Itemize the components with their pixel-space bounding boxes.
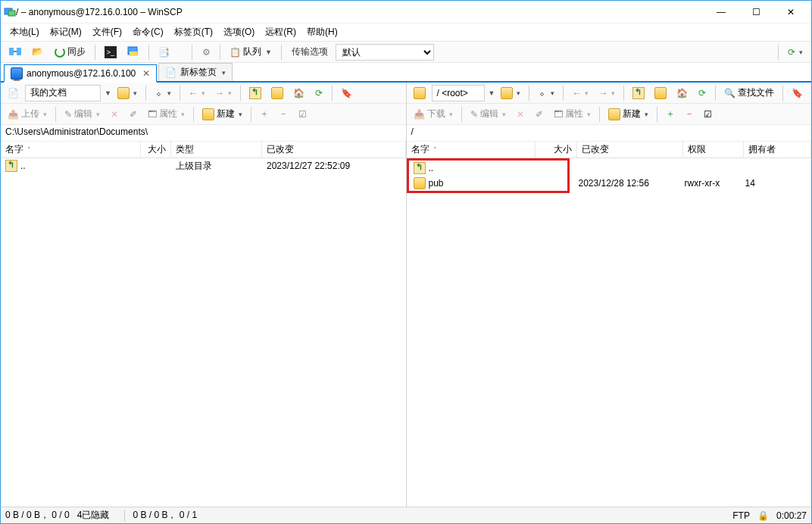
refresh-icon: ⟳ bbox=[698, 88, 706, 98]
titlebar: / – anonymous@172.16.0.100 – WinSCP — ☐ … bbox=[1, 1, 811, 23]
session-tabs: anonymous@172.16.0.100 ✕ 📄 新标签页▾ bbox=[1, 63, 811, 83]
local-open-folder[interactable]: ▾ bbox=[114, 85, 141, 101]
local-drive-icon-btn[interactable]: 📄 bbox=[4, 85, 23, 101]
menu-options[interactable]: 选项(O) bbox=[219, 24, 259, 40]
menu-remote[interactable]: 远程(R) bbox=[261, 24, 301, 40]
minimize-button[interactable]: — bbox=[704, 1, 739, 23]
documents-icon: 📄 bbox=[8, 88, 19, 98]
remote-open-folder[interactable]: ▾ bbox=[497, 85, 524, 101]
remote-file-list[interactable]: 名字 ˄ 大小 已改变 权限 拥有者 .. pub 2023/12/28 bbox=[407, 142, 812, 507]
col-size[interactable]: 大小 bbox=[141, 142, 171, 158]
remote-new-button[interactable]: 新建▾ bbox=[604, 106, 652, 123]
col-size[interactable]: 大小 bbox=[536, 142, 577, 158]
list-item[interactable]: .. 上级目录 2023/12/27 22:52:09 bbox=[1, 158, 406, 173]
remote-props-button[interactable]: 🗔 属性▾ bbox=[550, 106, 595, 123]
options-button[interactable]: ⚙ bbox=[198, 44, 214, 61]
list-item[interactable]: .. bbox=[409, 161, 567, 176]
remote-rename-button[interactable]: ✐ bbox=[531, 106, 548, 123]
menu-local[interactable]: 本地(L) bbox=[5, 24, 44, 40]
remote-edit-button[interactable]: ✎ 编辑▾ bbox=[467, 106, 510, 123]
local-forward[interactable]: →▾ bbox=[211, 85, 236, 101]
parent-dir-icon bbox=[632, 87, 645, 99]
remote-parent[interactable] bbox=[629, 85, 648, 101]
queue-button[interactable]: 📋 队列▼ bbox=[226, 44, 276, 61]
remote-home[interactable]: 🏠 bbox=[673, 85, 692, 101]
col-changed[interactable]: 已改变 bbox=[577, 142, 683, 158]
col-name[interactable]: 名字 ˄ bbox=[1, 142, 141, 158]
local-rename-button[interactable]: ✐ bbox=[125, 106, 142, 123]
sync-button[interactable]: 同步 bbox=[51, 44, 89, 61]
col-perms[interactable]: 权限 bbox=[683, 142, 744, 158]
sync-browse-button[interactable]: 📂 bbox=[28, 44, 48, 61]
col-owner[interactable]: 拥有者 bbox=[744, 142, 812, 158]
local-new-button[interactable]: 新建▾ bbox=[198, 106, 246, 123]
local-path-selector[interactable]: 我的文档 bbox=[25, 85, 101, 101]
remote-find[interactable]: 🔍 查找文件 bbox=[720, 85, 778, 101]
local-delete-button[interactable]: ✕ bbox=[106, 106, 123, 123]
col-changed[interactable]: 已改变 bbox=[262, 142, 406, 158]
tab-new[interactable]: 📄 新标签页▾ bbox=[158, 63, 233, 81]
local-back[interactable]: ←▾ bbox=[185, 85, 209, 101]
remote-refresh[interactable]: ⟳ bbox=[694, 85, 710, 101]
local-actrow: 📤 上传▾ ✎ 编辑▾ ✕ ✐ 🗔 属性▾ 新建▾ ＋ － ☑ bbox=[1, 104, 406, 125]
local-file-list[interactable]: 名字 ˄ 大小 类型 已改变 .. 上级目录 2023/12/27 22:52:… bbox=[1, 142, 406, 507]
remote-actrow: 📥 下载▾ ✎ 编辑▾ ✕ ✐ 🗔 属性▾ 新建▾ ＋ － ☑ bbox=[407, 104, 812, 125]
local-props-button[interactable]: 🗔 属性▾ bbox=[144, 106, 189, 123]
menu-tabs[interactable]: 标签页(T) bbox=[170, 24, 217, 40]
list-item[interactable]: pub bbox=[409, 176, 567, 191]
remote-plus[interactable]: ＋ bbox=[662, 106, 679, 123]
local-plus[interactable]: ＋ bbox=[256, 106, 273, 123]
session-time: 0:00:27 bbox=[776, 510, 807, 521]
upload-button[interactable]: 📤 上传▾ bbox=[4, 106, 51, 123]
remote-root[interactable] bbox=[651, 85, 670, 101]
remote-drive-icon-btn[interactable] bbox=[410, 85, 429, 101]
remote-minus[interactable]: － bbox=[681, 106, 698, 123]
reconnect-button[interactable]: ⟳▾ bbox=[784, 44, 807, 61]
putty-button[interactable] bbox=[123, 44, 143, 61]
panes: 📄 我的文档 ▼ ▾ 🝔▾ ←▾ →▾ 🏠 ⟳ 🔖 📤 上传▾ ✎ 编辑▾ ✕ … bbox=[1, 83, 811, 507]
menu-commands[interactable]: 命令(C) bbox=[128, 24, 168, 40]
local-edit-button[interactable]: ✎ 编辑▾ bbox=[61, 106, 104, 123]
queue-icon: 📋 bbox=[230, 47, 241, 58]
col-type[interactable]: 类型 bbox=[171, 142, 262, 158]
compare-button[interactable] bbox=[5, 44, 25, 61]
download-button[interactable]: 📥 下载▾ bbox=[410, 106, 457, 123]
col-name[interactable]: 名字 ˄ bbox=[407, 142, 536, 158]
transfer-settings-combo[interactable]: 默认 bbox=[336, 44, 434, 61]
local-home[interactable]: 🏠 bbox=[289, 85, 308, 101]
local-minus[interactable]: － bbox=[275, 106, 292, 123]
local-refresh[interactable]: ⟳ bbox=[311, 85, 327, 101]
local-check[interactable]: ☑ bbox=[294, 106, 311, 123]
add-bookmark-icon: 📑 bbox=[158, 47, 170, 58]
menu-mark[interactable]: 标记(M) bbox=[45, 24, 86, 40]
new-folder-icon bbox=[202, 108, 214, 120]
remote-forward[interactable]: →▾ bbox=[595, 85, 619, 101]
tab-close-icon[interactable]: ✕ bbox=[142, 68, 150, 79]
remote-delete-button[interactable]: ✕ bbox=[512, 106, 529, 123]
tab-session-active[interactable]: anonymous@172.16.0.100 ✕ bbox=[4, 64, 157, 83]
local-filter[interactable]: 🝔▾ bbox=[151, 85, 175, 101]
local-path: C:\Users\Administrator\Documents\ bbox=[1, 125, 406, 142]
close-button[interactable]: ✕ bbox=[773, 1, 808, 23]
sync-browse-icon: 📂 bbox=[32, 46, 44, 58]
home-icon: 🏠 bbox=[293, 88, 304, 98]
menu-files[interactable]: 文件(F) bbox=[88, 24, 126, 40]
local-bookmark[interactable]: 🔖 bbox=[337, 85, 356, 101]
compare-icon bbox=[9, 46, 21, 58]
gear-icon: ⚙ bbox=[202, 47, 211, 58]
local-parent[interactable] bbox=[245, 85, 265, 101]
remote-check[interactable]: ☑ bbox=[700, 106, 717, 123]
remote-bookmark[interactable]: 🔖 bbox=[788, 85, 807, 101]
menubar: 本地(L) 标记(M) 文件(F) 命令(C) 标签页(T) 选项(O) 远程(… bbox=[1, 23, 811, 42]
remote-filter[interactable]: 🝔▾ bbox=[534, 85, 558, 101]
new-tab-icon: 📄 bbox=[165, 67, 176, 78]
local-root[interactable] bbox=[267, 85, 287, 101]
remote-path-selector[interactable]: / <root> bbox=[432, 85, 485, 101]
menu-help[interactable]: 帮助(H) bbox=[302, 24, 342, 40]
delete-icon: ✕ bbox=[111, 109, 118, 120]
remote-back[interactable]: ←▾ bbox=[568, 85, 592, 101]
maximize-button[interactable]: ☐ bbox=[739, 1, 773, 23]
add-bookmark-button[interactable]: 📑 bbox=[155, 44, 173, 61]
console-button[interactable]: >_ bbox=[101, 44, 120, 61]
remote-status: 0 B / 0 B， 0 / 1 bbox=[133, 509, 197, 522]
